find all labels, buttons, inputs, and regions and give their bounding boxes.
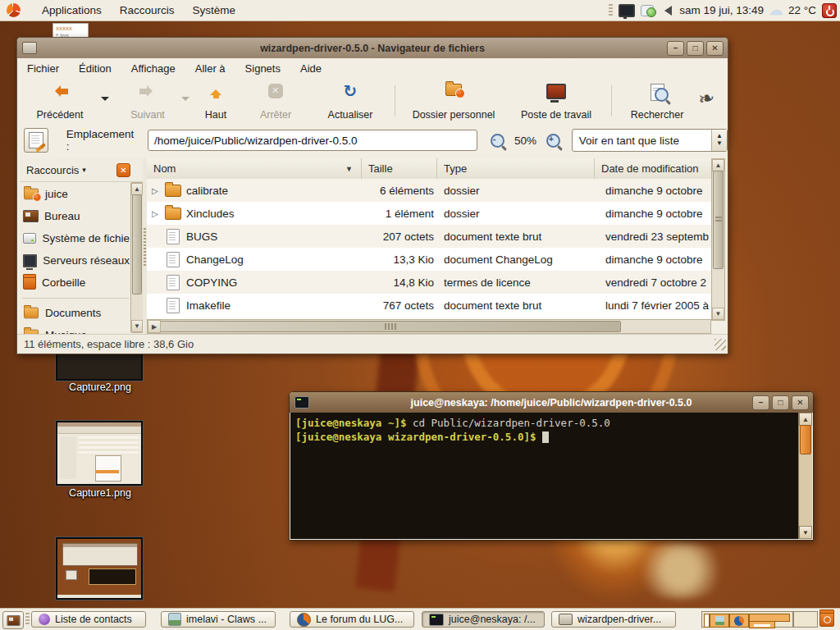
- task-button-contacts[interactable]: Liste de contacts: [31, 611, 146, 628]
- menu-edition[interactable]: Édition: [79, 62, 112, 75]
- desktop-icon-capture2-label[interactable]: Capture2.png: [43, 381, 158, 393]
- view-mode-spinner-icon[interactable]: ▲▼: [711, 130, 727, 151]
- sidebar-item-bureau[interactable]: Bureau: [23, 205, 130, 227]
- column-header-date[interactable]: Date de modification: [595, 158, 711, 179]
- temperature[interactable]: 22 °C: [788, 4, 816, 16]
- scroll-right-icon[interactable]: ▶: [148, 320, 161, 333]
- power-button-icon[interactable]: [822, 3, 837, 18]
- desktop-icon: [23, 210, 39, 222]
- back-dropdown-caret[interactable]: [101, 97, 109, 105]
- file-row-calibrate[interactable]: ▷ calibrate 6 éléments dossier dimanche …: [147, 179, 711, 202]
- cell-type: document texte brut: [444, 225, 591, 248]
- forward-button[interactable]: Suivant: [116, 82, 180, 121]
- show-desktop-button[interactable]: [2, 611, 24, 629]
- menu-signets[interactable]: Signets: [245, 62, 281, 75]
- task-button-firefox[interactable]: Le forum du LUG...: [290, 611, 414, 628]
- file-manager-titlebar[interactable]: wizardpen-driver-0.5.0 - Navigateur de f…: [17, 38, 728, 58]
- stop-button[interactable]: Arrêter: [249, 82, 303, 121]
- menu-aller-a[interactable]: Aller à: [195, 62, 226, 75]
- hscroll-thumb[interactable]: [160, 321, 621, 332]
- up-button[interactable]: Haut: [194, 82, 237, 121]
- remote-desktop-icon[interactable]: [619, 4, 635, 17]
- column-header-taille[interactable]: Taille: [362, 158, 437, 179]
- terminal-titlebar[interactable]: juice@neskaya: /home/juice/Public/wizard…: [290, 392, 813, 413]
- file-row-bugs[interactable]: BUGS 207 octets document texte brut vend…: [147, 225, 711, 248]
- zoom-out-icon[interactable]: -: [491, 134, 504, 148]
- forward-dropdown-caret[interactable]: [181, 97, 189, 105]
- file-row-xincludes[interactable]: ▷ Xincludes 1 élément dossier dimanche 9…: [147, 202, 711, 225]
- pidgin-icon: [39, 614, 50, 625]
- terminal-output[interactable]: [juice@neskaya ~]$ cd Public/wizardpen-d…: [290, 413, 799, 539]
- sidebar-item-corbeille[interactable]: Corbeille: [23, 272, 130, 294]
- sidebar-item-documents[interactable]: Documents: [23, 302, 130, 324]
- desktop-icon-capture1-thumbnail[interactable]: [56, 421, 143, 486]
- menu-applications[interactable]: Applications: [42, 4, 102, 16]
- scroll-down-icon[interactable]: ▼: [799, 526, 812, 539]
- toolbar-separator: [395, 85, 395, 116]
- list-vertical-scrollbar[interactable]: ▲ ▼: [711, 158, 725, 321]
- tray-grip[interactable]: [609, 4, 613, 17]
- resize-grip[interactable]: [714, 339, 726, 350]
- column-header-nom[interactable]: Nom ▼: [147, 158, 362, 179]
- menu-affichage[interactable]: Affichage: [131, 62, 176, 75]
- computer-button[interactable]: Poste de travail: [508, 82, 605, 121]
- sidebar-item-juice[interactable]: juice: [23, 183, 130, 205]
- text-file-icon: [167, 298, 180, 313]
- workspace-2[interactable]: [793, 611, 818, 628]
- clock[interactable]: sam 19 jui, 13:49: [679, 4, 764, 16]
- home-button[interactable]: Dossier personnel: [403, 82, 504, 121]
- sidebar-scroll-thumb[interactable]: [132, 194, 142, 294]
- list-header: Nom ▼ Taille Type Date de modification: [147, 158, 711, 180]
- search-button[interactable]: Rechercher: [618, 82, 696, 121]
- scroll-down-icon[interactable]: ▼: [131, 320, 143, 332]
- scroll-up-icon[interactable]: ▲: [712, 159, 724, 171]
- wallpaper-pale-spot: [632, 541, 730, 599]
- zoom-in-icon[interactable]: +: [546, 134, 560, 148]
- expander-icon[interactable]: ▷: [152, 186, 158, 195]
- cell-date: lundi 7 février 2005 à: [605, 294, 711, 317]
- sidebar-item-filesystem[interactable]: Système de fichie: [23, 227, 130, 249]
- messenger-status-icon[interactable]: [641, 5, 654, 16]
- expander-icon[interactable]: ▷: [152, 209, 158, 218]
- workspace-1[interactable]: [701, 611, 793, 628]
- desktop-icon-capture1-label[interactable]: Capture1.png: [43, 487, 158, 499]
- scroll-up-icon[interactable]: ▲: [131, 183, 143, 195]
- list-scroll-thumb[interactable]: [713, 171, 724, 269]
- view-mode-select[interactable]: Voir en tant que liste ▲▼: [572, 129, 728, 152]
- back-button[interactable]: Précédent: [22, 82, 98, 121]
- trash-applet[interactable]: [819, 611, 834, 630]
- sidebar-header[interactable]: Raccourcis ▾ ✕: [20, 158, 145, 182]
- menu-aide[interactable]: Aide: [300, 62, 322, 75]
- volume-icon[interactable]: [660, 6, 672, 16]
- desktop-icon-capture3-thumbnail[interactable]: [56, 537, 143, 600]
- weather-cloud-icon[interactable]: ☁: [769, 4, 783, 17]
- location-input[interactable]: /home/juice/Public/wizardpen-driver-0.5.…: [148, 130, 477, 151]
- terminal-scrollbar[interactable]: ▲ ▼: [798, 413, 812, 539]
- file-row-copying[interactable]: COPYING 14,8 Kio termes de licence vendr…: [147, 271, 711, 294]
- menu-places[interactable]: Raccourcis: [120, 4, 175, 16]
- location-toggle-button[interactable]: [24, 128, 48, 153]
- ubuntu-logo-icon[interactable]: [7, 3, 21, 17]
- column-header-type[interactable]: Type: [437, 158, 595, 179]
- task-button-file-manager[interactable]: wizardpen-driver...: [551, 611, 676, 628]
- file-cabinet-icon: [559, 614, 573, 625]
- home-folder-icon: [445, 84, 462, 96]
- file-row-imakefile[interactable]: Imakefile 767 octets document texte brut…: [147, 294, 711, 317]
- terminal-scroll-thumb[interactable]: [800, 425, 811, 454]
- task-button-terminal[interactable]: juice@neskaya: /...: [422, 611, 545, 628]
- sidebar-close-icon[interactable]: ✕: [116, 163, 130, 177]
- sidebar-item-network[interactable]: Serveurs réseaux: [23, 249, 130, 272]
- location-label: Emplacement :: [66, 128, 139, 153]
- file-row-changelog[interactable]: ChangeLog 13,3 Kio document ChangeLog di…: [147, 248, 711, 271]
- sidebar-scrollbar[interactable]: ▲ ▼: [130, 182, 144, 333]
- menu-fichier[interactable]: Fichier: [27, 62, 59, 75]
- taskbar-grip[interactable]: [25, 613, 30, 626]
- refresh-icon: ↻: [344, 84, 358, 98]
- refresh-button[interactable]: ↻ Actualiser: [313, 82, 388, 121]
- network-icon: [23, 254, 37, 267]
- scroll-down-icon[interactable]: ▼: [712, 308, 724, 320]
- list-horizontal-scrollbar[interactable]: ◀ ▶: [147, 319, 711, 334]
- menu-system[interactable]: Système: [193, 4, 236, 16]
- task-button-claws-mail[interactable]: imelavi - Claws ...: [161, 611, 276, 628]
- scroll-up-icon[interactable]: ▲: [799, 413, 812, 426]
